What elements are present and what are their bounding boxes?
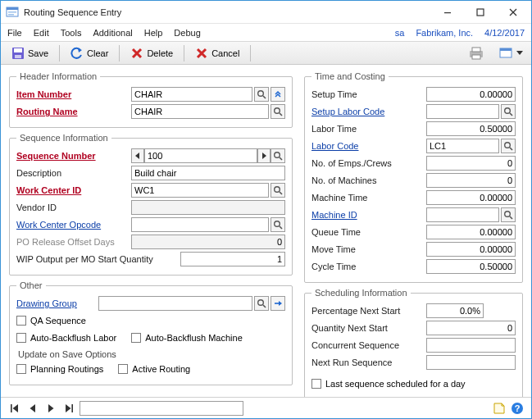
drawing-group-lookup[interactable] [254,296,269,311]
labor-code-field[interactable]: LC1 [426,139,499,153]
svg-marker-45 [13,404,19,412]
sequence-number-label[interactable]: Sequence Number [16,151,131,161]
help-button[interactable]: ? [510,401,525,416]
setup-labor-code-label[interactable]: Setup Labor Code [311,107,426,116]
cycle-time-field[interactable]: 0.50000 [426,259,516,274]
concurrent-seq-field[interactable] [426,338,516,353]
svg-point-22 [258,91,264,97]
delete-button[interactable]: Delete [125,44,179,62]
drawing-group-field[interactable] [98,296,252,311]
status-date[interactable]: 4/12/2017 [484,28,525,38]
menu-file[interactable]: File [7,28,22,38]
svg-point-32 [275,221,280,227]
work-center-id-label[interactable]: Work Center ID [16,185,131,195]
header-info-legend: Header Information [16,71,100,81]
labor-code-label[interactable]: Labor Code [311,141,426,151]
status-company[interactable]: Fabrikam, Inc. [416,28,473,38]
next-run-seq-field[interactable] [426,355,516,370]
wip-output-label: WIP Output per MO Start Quantity [16,254,180,264]
content: Header Information Item Number CHAIR Rou… [1,65,531,397]
work-center-opcode-lookup[interactable] [271,217,285,232]
setup-labor-code-field[interactable] [426,104,499,119]
svg-text:?: ? [515,403,521,413]
note-icon [493,402,506,415]
update-on-save-label: Update on Save Options [18,349,285,359]
cycle-time-label: Cycle Time [311,262,426,271]
save-button[interactable]: Save [6,44,54,62]
svg-rect-3 [8,14,14,16]
menu-tools[interactable]: Tools [61,28,82,38]
wip-output-field[interactable]: 1 [180,252,285,266]
item-number-lookup[interactable] [254,87,269,102]
machines-field[interactable]: 0 [426,173,516,188]
help-icon: ? [511,402,524,415]
menu-debug[interactable]: Debug [174,28,200,38]
planning-routings-checkbox[interactable]: Planning Routings [16,362,103,376]
machine-id-label[interactable]: Machine ID [311,210,426,220]
item-number-field[interactable]: CHAIR [131,87,252,102]
sequence-number-field[interactable]: 100 [144,148,257,163]
drawing-group-label[interactable]: Drawing Group [16,298,98,308]
seq-prev-button[interactable] [131,148,144,163]
sequence-number-lookup[interactable] [271,148,285,163]
move-time-field[interactable]: 0.00000 [426,242,516,257]
nav-first-button[interactable] [7,401,22,416]
pct-next-start-label: Percentage Next Start [311,306,426,316]
setup-labor-code-lookup[interactable] [501,104,516,119]
labor-code-lookup[interactable] [501,139,516,153]
work-center-id-field[interactable]: WC1 [131,183,269,198]
status-user[interactable]: sa [395,28,405,38]
maximize-button[interactable] [464,2,497,22]
routing-name-field[interactable]: CHAIR [131,104,269,119]
cancel-label: Cancel [211,48,239,58]
close-button[interactable] [497,2,530,22]
work-center-id-lookup[interactable] [271,183,285,198]
nav-next-button[interactable] [43,401,58,416]
menu-edit[interactable]: Edit [34,28,49,38]
drawing-group-goto[interactable] [271,296,285,311]
machine-id-lookup[interactable] [501,207,516,222]
menu-additional[interactable]: Additional [93,28,132,38]
emps-field[interactable]: 0 [426,156,516,171]
item-number-expand[interactable] [271,87,285,102]
menu-help[interactable]: Help [144,28,163,38]
toolbar-dropdown[interactable] [497,44,526,62]
item-number-label[interactable]: Item Number [16,89,131,99]
svg-rect-49 [71,404,73,412]
seq-next-button[interactable] [257,148,271,163]
svg-point-30 [275,187,280,193]
routing-name-lookup[interactable] [271,104,285,119]
qty-next-start-field[interactable]: 0 [426,321,516,335]
minimize-button[interactable] [431,2,464,22]
auto-backflush-labor-checkbox[interactable]: Auto-Backflush Labor [16,330,116,345]
routing-name-label[interactable]: Routing Name [16,107,131,116]
titlebar: Routing Sequence Entry [1,1,531,24]
printer-icon [468,47,486,60]
chevron-down-icon [516,48,524,58]
machine-time-field[interactable]: 0.00000 [426,190,516,205]
nav-prev-button[interactable] [25,401,40,416]
last-seq-checkbox[interactable]: Last sequence scheduled for a day [311,376,466,391]
qa-sequence-checkbox[interactable]: QA Sequence [16,313,86,328]
work-center-opcode-label[interactable]: Work Center Opcode [16,220,131,230]
labor-time-field[interactable]: 0.50000 [426,121,516,136]
svg-rect-44 [11,404,12,412]
svg-point-24 [275,108,280,114]
work-center-opcode-field[interactable] [131,217,269,232]
svg-point-28 [275,153,280,158]
active-routing-checkbox[interactable]: Active Routing [118,362,190,376]
cancel-button[interactable]: Cancel [189,44,245,62]
clear-button[interactable]: Clear [65,44,114,62]
record-status-field[interactable] [80,401,243,416]
queue-time-field[interactable]: 0.00000 [426,225,516,239]
description-field[interactable]: Build chair [131,166,285,180]
pct-next-start-field[interactable]: 0.0% [426,303,484,318]
nav-last-button[interactable] [61,401,76,416]
auto-backflush-machine-checkbox[interactable]: Auto-Backflush Machine [131,330,243,345]
print-button[interactable] [462,44,492,62]
machine-id-field[interactable] [426,207,499,222]
note-button[interactable] [492,401,507,416]
svg-line-25 [280,113,282,116]
setup-time-field[interactable]: 0.00000 [426,87,516,102]
sequence-info-legend: Sequence Information [16,133,111,143]
